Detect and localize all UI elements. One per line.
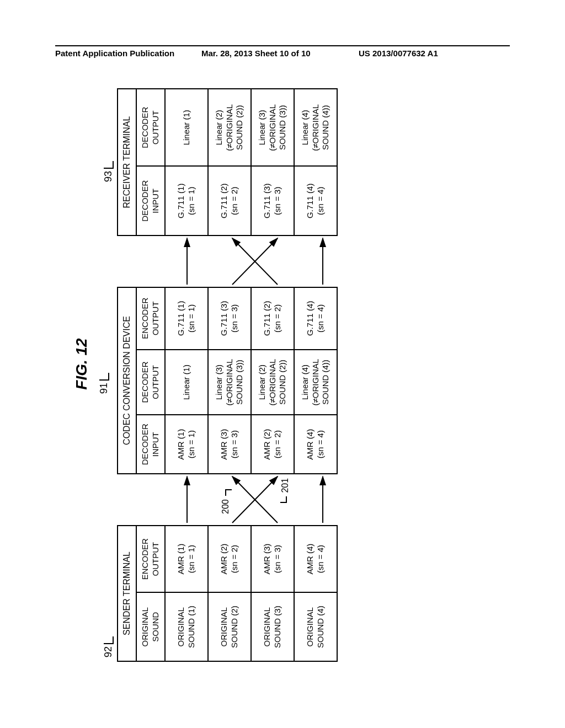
sender-group-header: SENDER TERMINAL (118, 526, 136, 661)
codec-ref-label: 91 (98, 373, 110, 394)
table-cell: Linear (3)(≠ORIGINALSOUND (3)) (251, 89, 294, 166)
table-cell: AMR (4)(sn = 4) (294, 415, 337, 474)
table-cell: ORIGINAL SOUND (4) (294, 592, 337, 661)
connector-tick (225, 489, 232, 496)
table-cell: ORIGINAL SOUND (2) (208, 592, 251, 661)
table-cell: AMR (1)(sn = 1) (165, 526, 208, 592)
table-cell: Linear (1) (165, 89, 208, 166)
table-cell: Linear (3)(≠ORIGINALSOUND (3)) (208, 350, 251, 415)
receiver-col-0: DECODER INPUT (136, 166, 165, 235)
cross-label-a-value: 200 (221, 499, 230, 514)
header-center: Mar. 28, 2013 Sheet 10 of 10 (201, 49, 311, 58)
table-cell: G.711 (2)(sn = 2) (251, 287, 294, 350)
codec-col-2: ENCODER OUTPUT (136, 287, 165, 350)
receiver-col-1: DECODER OUTPUT (136, 89, 165, 166)
connector-tick (99, 373, 109, 381)
table-cell: G.711 (4)(sn = 4) (294, 287, 337, 350)
svg-line-6 (232, 238, 278, 285)
receiver-ref-label: 93 (103, 161, 114, 182)
sender-ref-value: 92 (103, 646, 114, 657)
table-cell: AMR (1)(sn = 1) (165, 415, 208, 474)
table-cell: ORIGINAL SOUND (3) (251, 592, 294, 661)
codec-table: CODEC CONVERSION DEVICE DECODER INPUT DE… (117, 287, 338, 474)
figure-title: FIG. 12 (73, 66, 90, 662)
header-right: US 2013/0077632 A1 (359, 49, 438, 58)
codec-ref-value: 91 (98, 383, 109, 394)
table-cell: ORIGINAL SOUND (1) (165, 592, 208, 661)
sender-col-1: ENCODER OUTPUT (136, 526, 165, 592)
table-cell: AMR (3)(sn = 3) (208, 415, 251, 474)
receiver-ref-value: 93 (103, 171, 114, 182)
connector-tick (280, 496, 287, 503)
connector-tick (104, 161, 114, 169)
table-cell: G.711 (1)(sn = 1) (165, 287, 208, 350)
table-cell: Linear (4)(≠ORIGINALSOUND (4)) (294, 350, 337, 415)
table-cell: AMR (2)(sn = 2) (208, 526, 251, 592)
receiver-table: RECEIVER TERMINAL DECODER INPUT DECODER … (117, 88, 338, 236)
cross-label-a: 200 (221, 489, 231, 514)
sender-table: SENDER TERMINAL ORIGINAL SOUND ENCODER O… (117, 525, 338, 662)
connector-tick (104, 636, 114, 644)
svg-line-2 (232, 477, 278, 523)
receiver-group-header: RECEIVER TERMINAL (118, 89, 136, 235)
svg-line-1 (232, 477, 278, 523)
table-cell: G.711 (3)(sn = 3) (208, 287, 251, 350)
sender-ref-label: 92 (103, 636, 114, 657)
table-cell: AMR (3)(sn = 3) (251, 526, 294, 592)
header-left: Patent Application Publication (55, 49, 174, 58)
figure-stage: FIG. 12 92 91 93 SENDER TERMINAL ORIGINA… (78, 66, 487, 662)
sender-col-0: ORIGINAL SOUND (136, 592, 165, 661)
table-cell: AMR (4)(sn = 4) (294, 526, 337, 592)
codec-group-header: CODEC CONVERSION DEVICE (118, 287, 136, 474)
table-cell: AMR (2)(sn = 2) (251, 415, 294, 474)
table-cell: G.711 (3)(sn = 3) (251, 166, 294, 235)
table-cell: G.711 (1)(sn = 1) (165, 166, 208, 235)
table-cell: Linear (1) (165, 350, 208, 415)
codec-col-1: DECODER OUTPUT (136, 350, 165, 415)
table-cell: G.711 (4)(sn = 4) (294, 166, 337, 235)
table-cell: Linear (2)(≠ORIGINALSOUND (2)) (208, 89, 251, 166)
svg-line-5 (232, 238, 278, 285)
cross-label-b: 201 (280, 478, 290, 503)
table-cell: G.711 (2)(sn = 2) (208, 166, 251, 235)
header-rule (55, 45, 510, 46)
cross-label-b-value: 201 (280, 478, 290, 493)
table-cell: Linear (4)(≠ORIGINALSOUND (4)) (294, 89, 337, 166)
table-cell: Linear (2)(≠ORIGINALSOUND (2)) (251, 350, 294, 415)
codec-col-0: DECODER INPUT (136, 415, 165, 474)
